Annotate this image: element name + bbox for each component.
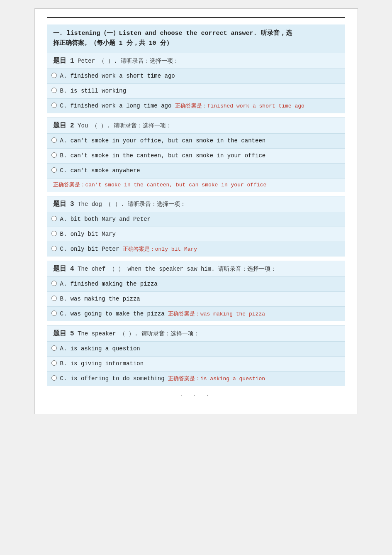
option-text-5-0: A. is asking a question bbox=[60, 345, 339, 353]
inline-correct-4-2: 正确答案是：was making the pizza bbox=[168, 311, 265, 317]
question-4-option-0[interactable]: A. finished making the pizza bbox=[47, 276, 345, 291]
question-3-title: 题目 3 The dog （ ）. 请听录音：选择一项： bbox=[47, 196, 345, 212]
bottom-dots: . . . bbox=[47, 391, 345, 397]
spacer-3 bbox=[47, 257, 345, 261]
questions-container: 题目 1 Peter （ ）. 请听录音：选择一项：A. finished wo… bbox=[47, 53, 345, 386]
question-4-option-2[interactable]: C. was going to make the pizza 正确答案是：was… bbox=[47, 306, 345, 321]
correct-answer-row-2: 正确答案是：can't smoke in the canteen, but ca… bbox=[47, 178, 345, 192]
question-5-title: 题目 5 The speaker （ ）. 请听录音：选择一项： bbox=[47, 325, 345, 341]
radio-1-2[interactable] bbox=[51, 103, 57, 108]
inline-correct-5-2: 正确答案是：is asking a question bbox=[168, 376, 265, 382]
question-2-option-2[interactable]: C. can't smoke anywhere bbox=[47, 163, 345, 178]
option-text-4-2: C. was going to make the pizza 正确答案是：was… bbox=[60, 310, 339, 318]
radio-4-2[interactable] bbox=[51, 311, 57, 316]
section-header: 一. listening（一）Listen and choose the cor… bbox=[47, 24, 345, 53]
question-5-option-2[interactable]: C. is offering to do something 正确答案是：is … bbox=[47, 371, 345, 386]
question-stem-4: The chef （ ） when the speaker saw him. 请… bbox=[78, 266, 276, 272]
question-5-option-0[interactable]: A. is asking a question bbox=[47, 341, 345, 356]
option-text-1-2: C. finished work a long time ago 正确答案是：f… bbox=[60, 102, 339, 110]
radio-4-0[interactable] bbox=[51, 281, 57, 286]
question-number-5: 题目 5 bbox=[53, 330, 74, 337]
question-2-option-0[interactable]: A. can't smoke in your office, but can s… bbox=[47, 133, 345, 148]
question-1-option-2[interactable]: C. finished work a long time ago 正确答案是：f… bbox=[47, 98, 345, 113]
radio-2-1[interactable] bbox=[51, 152, 57, 158]
radio-5-2[interactable] bbox=[51, 375, 57, 381]
option-text-2-1: B. can't smoke in the canteen, but can s… bbox=[60, 152, 339, 160]
option-text-3-1: B. only bit Mary bbox=[60, 230, 339, 239]
question-3-option-2[interactable]: C. only bit Peter 正确答案是：only bit Mary bbox=[47, 242, 345, 257]
option-text-3-0: A. bit both Mary and Peter bbox=[60, 215, 339, 224]
question-3-option-0[interactable]: A. bit both Mary and Peter bbox=[47, 212, 345, 227]
option-text-3-2: C. only bit Peter 正确答案是：only bit Mary bbox=[60, 245, 339, 254]
spacer-2 bbox=[47, 192, 345, 196]
inline-correct-1-2: 正确答案是：finished work a short time ago bbox=[175, 103, 304, 109]
question-4-option-1[interactable]: B. was making the pizza bbox=[47, 291, 345, 306]
question-2-option-1[interactable]: B. can't smoke in the canteen, but can s… bbox=[47, 148, 345, 163]
option-text-2-2: C. can't smoke anywhere bbox=[60, 166, 339, 175]
option-text-2-0: A. can't smoke in your office, but can s… bbox=[60, 137, 339, 145]
question-number-1: 题目 1 bbox=[53, 57, 74, 65]
section-title-line2: 择正确答案。（每小题 1 分，共 10 分） bbox=[53, 40, 173, 47]
option-text-4-1: B. was making the pizza bbox=[60, 295, 339, 303]
radio-5-0[interactable] bbox=[51, 345, 57, 351]
option-text-5-2: C. is offering to do something 正确答案是：is … bbox=[60, 374, 339, 383]
question-stem-2: You （ ）. 请听录音：选择一项： bbox=[78, 122, 172, 129]
option-text-1-0: A. finished work a short time ago bbox=[60, 72, 339, 81]
question-stem-3: The dog （ ）. 请听录音：选择一项： bbox=[78, 201, 185, 208]
radio-4-1[interactable] bbox=[51, 296, 57, 301]
inline-correct-3-2: 正确答案是：only bit Mary bbox=[123, 246, 197, 252]
option-text-4-0: A. finished making the pizza bbox=[60, 280, 339, 289]
question-stem-5: The speaker （ ）. 请听录音：选择一项： bbox=[78, 330, 200, 337]
radio-2-2[interactable] bbox=[51, 167, 57, 173]
radio-5-1[interactable] bbox=[51, 360, 57, 366]
radio-3-2[interactable] bbox=[51, 246, 57, 251]
question-1-title: 题目 1 Peter （ ）. 请听录音：选择一项： bbox=[47, 53, 345, 68]
question-1-option-1[interactable]: B. is still working bbox=[47, 83, 345, 98]
option-text-5-1: B. is giving information bbox=[60, 359, 339, 368]
radio-2-0[interactable] bbox=[51, 137, 57, 143]
question-3-option-1[interactable]: B. only bit Mary bbox=[47, 227, 345, 242]
top-border bbox=[47, 17, 345, 18]
question-stem-1: Peter （ ）. 请听录音：选择一项： bbox=[78, 58, 179, 64]
section-title-line1: 一. listening（一）Listen and choose the cor… bbox=[53, 30, 292, 37]
spacer-4 bbox=[47, 321, 345, 325]
question-1-option-0[interactable]: A. finished work a short time ago bbox=[47, 68, 345, 83]
question-number-3: 题目 3 bbox=[53, 200, 74, 208]
spacer-1 bbox=[47, 113, 345, 117]
radio-3-0[interactable] bbox=[51, 216, 57, 221]
question-number-2: 题目 2 bbox=[53, 122, 74, 130]
question-4-title: 题目 4 The chef （ ） when the speaker saw h… bbox=[47, 261, 345, 276]
exam-page: 一. listening（一）Listen and choose the cor… bbox=[34, 8, 358, 414]
radio-3-1[interactable] bbox=[51, 231, 57, 236]
radio-1-1[interactable] bbox=[51, 88, 57, 93]
radio-1-0[interactable] bbox=[51, 73, 57, 78]
question-number-4: 题目 4 bbox=[53, 265, 74, 273]
question-2-title: 题目 2 You （ ）. 请听录音：选择一项： bbox=[47, 117, 345, 133]
option-text-1-1: B. is still working bbox=[60, 87, 339, 95]
question-5-option-1[interactable]: B. is giving information bbox=[47, 356, 345, 371]
